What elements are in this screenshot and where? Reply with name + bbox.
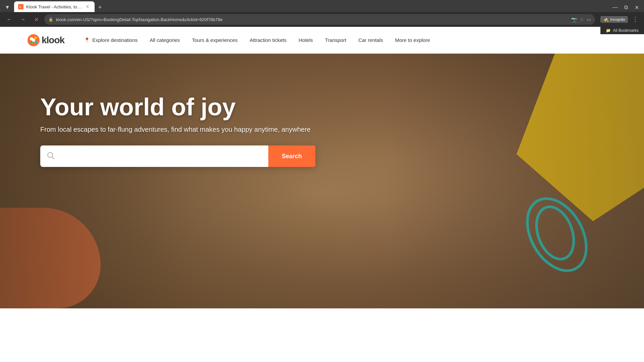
lock-icon: 🔒 <box>48 17 53 22</box>
nav-tours-experiences[interactable]: Tours & experiences <box>186 35 244 46</box>
sidebar-icon[interactable]: ▭ <box>587 17 591 22</box>
svg-point-7 <box>32 39 35 42</box>
nav-hotels[interactable]: Hotels <box>292 35 319 46</box>
forward-button[interactable]: → <box>17 14 28 25</box>
hero-subtitle: From local escapes to far-flung adventur… <box>40 126 644 133</box>
svg-text:K: K <box>19 5 21 8</box>
nav-transport[interactable]: Transport <box>319 35 353 46</box>
location-pin-icon: 📍 <box>84 37 90 43</box>
back-button[interactable]: ← <box>4 14 15 25</box>
close-button[interactable]: ✕ <box>632 3 641 12</box>
search-input[interactable] <box>58 153 262 159</box>
star-icon[interactable]: ☆ <box>580 17 584 22</box>
nav-car-rentals[interactable]: Car rentals <box>352 35 389 46</box>
reload-button[interactable]: ✕ <box>31 14 42 25</box>
tab-bar: ▼ K Klook Travel - Activities, tours, ✕ … <box>0 0 644 12</box>
tab-favicon: K <box>18 4 23 9</box>
site-nav: 📍 Explore destinations All categories To… <box>78 35 617 46</box>
new-tab-button[interactable]: + <box>95 3 105 12</box>
bookmarks-label: All Bookmarks <box>613 28 639 33</box>
browser-chrome: ▼ K Klook Travel - Activities, tours, ✕ … <box>0 0 644 27</box>
site-logo[interactable]: klook <box>27 34 64 47</box>
camera-icon[interactable]: 📷 <box>571 17 577 22</box>
incognito-badge: 🕵 Incognito <box>600 16 628 23</box>
hero-section: Your world of joy From local escapes to … <box>0 54 644 308</box>
bookmarks-bar: 📁 All Bookmarks <box>600 27 644 34</box>
nav-attraction-tickets[interactable]: Attraction tickets <box>244 35 292 46</box>
search-bar: Search <box>40 145 315 167</box>
search-button[interactable]: Search <box>268 145 315 167</box>
website-content: klook 📍 Explore destinations All categor… <box>0 27 644 308</box>
address-bar-row: ← → ✕ 🔒 klook.com/en-US/?spm=BookingDeta… <box>0 12 644 27</box>
nav-more-to-explore[interactable]: More to explore <box>389 35 436 46</box>
svg-point-8 <box>48 153 53 158</box>
active-tab[interactable]: K Klook Travel - Activities, tours, ✕ <box>14 1 95 12</box>
svg-line-9 <box>52 157 54 159</box>
incognito-label: Incognito <box>610 17 625 21</box>
svg-point-4 <box>34 37 37 39</box>
address-bar-icons: 📷 ☆ ▭ <box>571 17 591 22</box>
logo-text: klook <box>42 35 64 46</box>
tab-title: Klook Travel - Activities, tours, <box>26 4 82 9</box>
minimize-button[interactable]: — <box>610 3 620 12</box>
url-text: klook.com/en-US/?spm=BookingDetail.TopNa… <box>56 17 569 22</box>
tab-close-button[interactable]: ✕ <box>85 4 91 10</box>
site-header: klook 📍 Explore destinations All categor… <box>0 27 644 54</box>
logo-icon <box>27 34 40 47</box>
tab-list-button[interactable]: ▼ <box>3 3 12 12</box>
address-bar[interactable]: 🔒 klook.com/en-US/?spm=BookingDetail.Top… <box>44 14 595 25</box>
menu-button[interactable]: ⋮ <box>631 15 640 24</box>
nav-explore-destinations[interactable]: 📍 Explore destinations <box>78 35 144 46</box>
search-icon <box>47 152 54 161</box>
restore-button[interactable]: ⧉ <box>621 3 631 12</box>
nav-all-categories[interactable]: All categories <box>144 35 186 46</box>
search-input-wrapper <box>40 152 268 161</box>
hero-title: Your world of joy <box>40 94 644 120</box>
hero-content: Your world of joy From local escapes to … <box>0 54 644 167</box>
bookmarks-folder-icon: 📁 <box>606 28 611 33</box>
